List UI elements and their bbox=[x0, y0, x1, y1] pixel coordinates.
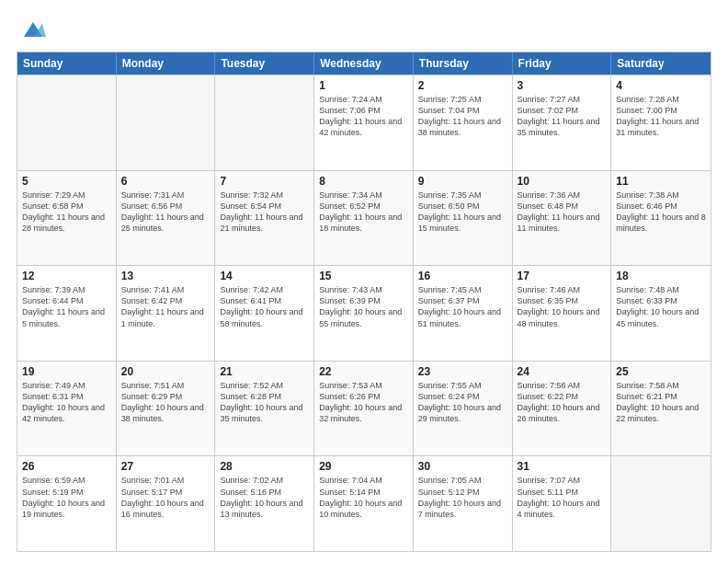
logo-icon bbox=[20, 17, 46, 42]
calendar-cell: 22Sunrise: 7:53 AM Sunset: 6:26 PM Dayli… bbox=[314, 362, 414, 456]
day-info: Sunrise: 7:39 AM Sunset: 6:44 PM Dayligh… bbox=[22, 284, 111, 329]
calendar-cell: 2Sunrise: 7:25 AM Sunset: 7:04 PM Daylig… bbox=[414, 75, 513, 170]
day-info: Sunrise: 6:59 AM Sunset: 5:19 PM Dayligh… bbox=[22, 475, 111, 520]
day-info: Sunrise: 7:07 AM Sunset: 5:11 PM Dayligh… bbox=[518, 475, 607, 520]
calendar-row: 5Sunrise: 7:29 AM Sunset: 6:58 PM Daylig… bbox=[17, 170, 711, 266]
calendar: SundayMondayTuesdayWednesdayThursdayFrid… bbox=[17, 52, 711, 552]
day-number: 29 bbox=[319, 460, 408, 473]
day-number: 4 bbox=[616, 79, 706, 92]
day-info: Sunrise: 7:55 AM Sunset: 6:24 PM Dayligh… bbox=[418, 380, 507, 425]
calendar-cell: 17Sunrise: 7:46 AM Sunset: 6:35 PM Dayli… bbox=[513, 266, 612, 361]
day-number: 24 bbox=[518, 365, 607, 378]
weekday-header: Friday bbox=[513, 52, 612, 75]
calendar-cell: 27Sunrise: 7:01 AM Sunset: 5:17 PM Dayli… bbox=[117, 456, 216, 551]
calendar-row: 12Sunrise: 7:39 AM Sunset: 6:44 PM Dayli… bbox=[17, 265, 711, 361]
calendar-cell: 14Sunrise: 7:42 AM Sunset: 6:41 PM Dayli… bbox=[215, 266, 314, 361]
day-number: 22 bbox=[319, 365, 408, 378]
day-number: 19 bbox=[22, 365, 111, 378]
day-info: Sunrise: 7:28 AM Sunset: 7:00 PM Dayligh… bbox=[616, 94, 706, 139]
day-info: Sunrise: 7:38 AM Sunset: 6:46 PM Dayligh… bbox=[616, 190, 706, 235]
calendar-cell: 10Sunrise: 7:36 AM Sunset: 6:48 PM Dayli… bbox=[513, 171, 612, 266]
day-info: Sunrise: 7:02 AM Sunset: 5:16 PM Dayligh… bbox=[220, 475, 309, 520]
day-info: Sunrise: 7:24 AM Sunset: 7:06 PM Dayligh… bbox=[319, 94, 408, 139]
day-number: 12 bbox=[22, 270, 111, 282]
day-info: Sunrise: 7:48 AM Sunset: 6:33 PM Dayligh… bbox=[616, 284, 706, 329]
weekday-header: Thursday bbox=[414, 52, 513, 75]
day-number: 8 bbox=[319, 175, 408, 188]
day-number: 17 bbox=[518, 270, 607, 282]
calendar-cell: 11Sunrise: 7:38 AM Sunset: 6:46 PM Dayli… bbox=[611, 171, 711, 266]
day-info: Sunrise: 7:41 AM Sunset: 6:42 PM Dayligh… bbox=[121, 284, 210, 329]
day-info: Sunrise: 7:05 AM Sunset: 5:12 PM Dayligh… bbox=[418, 475, 507, 520]
day-number: 16 bbox=[418, 270, 507, 282]
day-number: 26 bbox=[22, 460, 111, 473]
calendar-cell: 21Sunrise: 7:52 AM Sunset: 6:28 PM Dayli… bbox=[215, 362, 314, 456]
calendar-cell: 5Sunrise: 7:29 AM Sunset: 6:58 PM Daylig… bbox=[17, 171, 117, 266]
weekday-header: Sunday bbox=[17, 52, 117, 75]
calendar-cell: 28Sunrise: 7:02 AM Sunset: 5:16 PM Dayli… bbox=[215, 456, 314, 551]
day-info: Sunrise: 7:04 AM Sunset: 5:14 PM Dayligh… bbox=[319, 475, 408, 520]
calendar-cell: 4Sunrise: 7:28 AM Sunset: 7:00 PM Daylig… bbox=[611, 75, 711, 170]
calendar-cell: 16Sunrise: 7:45 AM Sunset: 6:37 PM Dayli… bbox=[414, 266, 513, 361]
day-info: Sunrise: 7:36 AM Sunset: 6:48 PM Dayligh… bbox=[518, 190, 607, 235]
calendar-cell: 13Sunrise: 7:41 AM Sunset: 6:42 PM Dayli… bbox=[117, 266, 216, 361]
calendar-cell: 15Sunrise: 7:43 AM Sunset: 6:39 PM Dayli… bbox=[314, 266, 414, 361]
day-number: 2 bbox=[418, 79, 507, 92]
day-number: 9 bbox=[418, 175, 507, 188]
day-info: Sunrise: 7:45 AM Sunset: 6:37 PM Dayligh… bbox=[418, 284, 507, 329]
day-info: Sunrise: 7:29 AM Sunset: 6:58 PM Dayligh… bbox=[22, 190, 111, 235]
day-number: 1 bbox=[319, 79, 408, 92]
day-info: Sunrise: 7:42 AM Sunset: 6:41 PM Dayligh… bbox=[220, 284, 309, 329]
day-number: 20 bbox=[121, 365, 210, 378]
calendar-cell: 24Sunrise: 7:56 AM Sunset: 6:22 PM Dayli… bbox=[513, 362, 612, 456]
calendar-cell: 31Sunrise: 7:07 AM Sunset: 5:11 PM Dayli… bbox=[513, 456, 612, 551]
calendar-cell: 8Sunrise: 7:34 AM Sunset: 6:52 PM Daylig… bbox=[314, 171, 414, 266]
calendar-cell bbox=[611, 456, 711, 551]
day-info: Sunrise: 7:35 AM Sunset: 6:50 PM Dayligh… bbox=[418, 190, 507, 235]
day-info: Sunrise: 7:58 AM Sunset: 6:21 PM Dayligh… bbox=[616, 380, 706, 425]
day-number: 13 bbox=[121, 270, 210, 282]
day-info: Sunrise: 7:01 AM Sunset: 5:17 PM Dayligh… bbox=[121, 475, 210, 520]
calendar-cell: 26Sunrise: 6:59 AM Sunset: 5:19 PM Dayli… bbox=[17, 456, 117, 551]
calendar-header: SundayMondayTuesdayWednesdayThursdayFrid… bbox=[17, 52, 711, 75]
day-number: 10 bbox=[518, 175, 607, 188]
day-number: 25 bbox=[616, 365, 706, 378]
calendar-cell: 23Sunrise: 7:55 AM Sunset: 6:24 PM Dayli… bbox=[414, 362, 513, 456]
day-number: 18 bbox=[616, 270, 706, 282]
calendar-cell bbox=[17, 75, 117, 170]
day-number: 30 bbox=[418, 460, 507, 473]
calendar-cell: 20Sunrise: 7:51 AM Sunset: 6:29 PM Dayli… bbox=[117, 362, 216, 456]
day-info: Sunrise: 7:52 AM Sunset: 6:28 PM Dayligh… bbox=[220, 380, 309, 425]
calendar-cell: 30Sunrise: 7:05 AM Sunset: 5:12 PM Dayli… bbox=[414, 456, 513, 551]
calendar-cell: 25Sunrise: 7:58 AM Sunset: 6:21 PM Dayli… bbox=[611, 362, 711, 456]
calendar-cell: 19Sunrise: 7:49 AM Sunset: 6:31 PM Dayli… bbox=[17, 362, 117, 456]
day-info: Sunrise: 7:51 AM Sunset: 6:29 PM Dayligh… bbox=[121, 380, 210, 425]
calendar-cell: 7Sunrise: 7:32 AM Sunset: 6:54 PM Daylig… bbox=[215, 171, 314, 266]
calendar-row: 1Sunrise: 7:24 AM Sunset: 7:06 PM Daylig… bbox=[17, 75, 711, 170]
day-number: 14 bbox=[220, 270, 309, 282]
day-number: 3 bbox=[518, 79, 607, 92]
logo bbox=[17, 17, 46, 42]
day-number: 7 bbox=[220, 175, 309, 188]
calendar-cell bbox=[215, 75, 314, 170]
calendar-row: 26Sunrise: 6:59 AM Sunset: 5:19 PM Dayli… bbox=[17, 455, 711, 551]
day-info: Sunrise: 7:34 AM Sunset: 6:52 PM Dayligh… bbox=[319, 190, 408, 235]
day-number: 5 bbox=[22, 175, 111, 188]
day-info: Sunrise: 7:27 AM Sunset: 7:02 PM Dayligh… bbox=[518, 94, 607, 139]
calendar-cell: 3Sunrise: 7:27 AM Sunset: 7:02 PM Daylig… bbox=[513, 75, 612, 170]
day-number: 27 bbox=[121, 460, 210, 473]
day-info: Sunrise: 7:31 AM Sunset: 6:56 PM Dayligh… bbox=[121, 190, 210, 235]
calendar-cell bbox=[117, 75, 216, 170]
calendar-cell: 12Sunrise: 7:39 AM Sunset: 6:44 PM Dayli… bbox=[17, 266, 117, 361]
day-info: Sunrise: 7:46 AM Sunset: 6:35 PM Dayligh… bbox=[518, 284, 607, 329]
weekday-header: Monday bbox=[117, 52, 216, 75]
day-number: 21 bbox=[220, 365, 309, 378]
day-number: 15 bbox=[319, 270, 408, 282]
weekday-header: Wednesday bbox=[314, 52, 414, 75]
day-number: 6 bbox=[121, 175, 210, 188]
header bbox=[17, 17, 711, 42]
day-info: Sunrise: 7:53 AM Sunset: 6:26 PM Dayligh… bbox=[319, 380, 408, 425]
calendar-cell: 29Sunrise: 7:04 AM Sunset: 5:14 PM Dayli… bbox=[314, 456, 414, 551]
weekday-header: Saturday bbox=[611, 52, 711, 75]
calendar-cell: 1Sunrise: 7:24 AM Sunset: 7:06 PM Daylig… bbox=[314, 75, 414, 170]
